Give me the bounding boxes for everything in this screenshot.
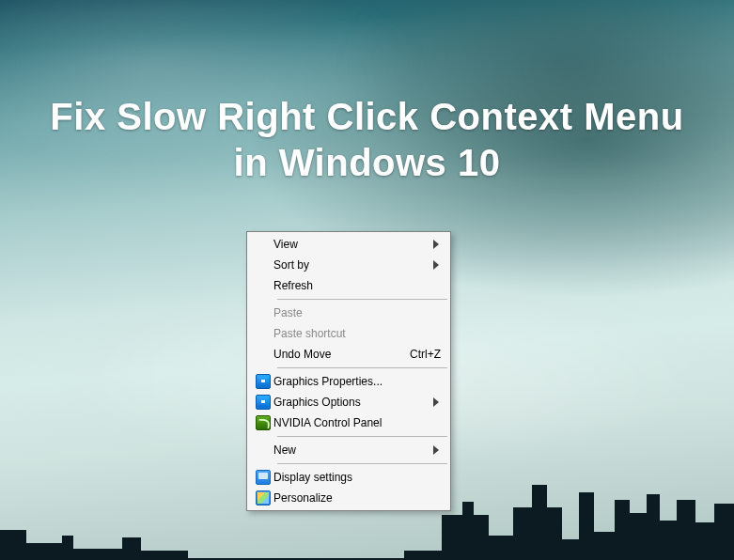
blank-icon (253, 347, 273, 362)
submenu-arrow-icon (431, 397, 441, 407)
intel-graphics-icon (253, 374, 273, 389)
menu-item-undo-move[interactable]: Undo Move Ctrl+Z (249, 344, 448, 365)
menu-item-view[interactable]: View (249, 234, 448, 255)
display-settings-icon (253, 470, 273, 485)
menu-item-label: Graphics Properties... (273, 375, 441, 388)
menu-item-nvidia-control-panel[interactable]: NVIDIA Control Panel (249, 412, 448, 433)
menu-item-display-settings[interactable]: Display settings (249, 467, 448, 488)
menu-item-label: Refresh (273, 279, 441, 292)
submenu-arrow-icon (431, 445, 441, 455)
menu-item-shortcut: Ctrl+Z (402, 348, 441, 361)
blank-icon (253, 278, 273, 293)
submenu-arrow-icon (431, 260, 441, 270)
menu-item-label: Undo Move (273, 348, 402, 361)
menu-item-sort-by[interactable]: Sort by (249, 255, 448, 275)
blank-icon (253, 443, 273, 458)
personalize-icon (253, 490, 273, 506)
menu-item-label: Paste (273, 306, 441, 319)
blank-icon (253, 326, 273, 341)
menu-item-personalize[interactable]: Personalize (249, 488, 448, 508)
menu-separator (277, 299, 447, 300)
submenu-arrow-icon (431, 240, 441, 249)
menu-item-label: View (273, 238, 431, 251)
blank-icon (253, 257, 273, 272)
menu-item-label: Paste shortcut (273, 327, 441, 340)
menu-item-label: New (273, 443, 431, 457)
intel-graphics-icon (253, 395, 273, 410)
menu-item-label: Personalize (273, 491, 441, 505)
menu-item-paste-shortcut: Paste shortcut (249, 323, 448, 344)
menu-item-graphics-properties[interactable]: Graphics Properties... (249, 371, 448, 392)
desktop-background[interactable]: Fix Slow Right Click Context Menu in Win… (0, 0, 734, 560)
nvidia-icon (253, 415, 273, 430)
blank-icon (253, 237, 273, 252)
menu-item-label: Graphics Options (273, 396, 431, 409)
menu-item-label: Display settings (273, 471, 441, 484)
menu-item-refresh[interactable]: Refresh (249, 275, 448, 296)
menu-separator (277, 436, 447, 437)
page-title: Fix Slow Right Click Context Menu in Win… (0, 94, 734, 186)
blank-icon (253, 305, 273, 320)
desktop-context-menu: View Sort by Refresh Paste Paste shortcu… (246, 231, 451, 511)
menu-item-new[interactable]: New (249, 440, 448, 460)
menu-item-paste: Paste (249, 303, 448, 323)
menu-item-label: Sort by (273, 258, 431, 272)
menu-separator (277, 367, 447, 368)
menu-item-graphics-options[interactable]: Graphics Options (249, 392, 448, 412)
menu-item-label: NVIDIA Control Panel (273, 416, 441, 429)
menu-separator (277, 463, 447, 464)
